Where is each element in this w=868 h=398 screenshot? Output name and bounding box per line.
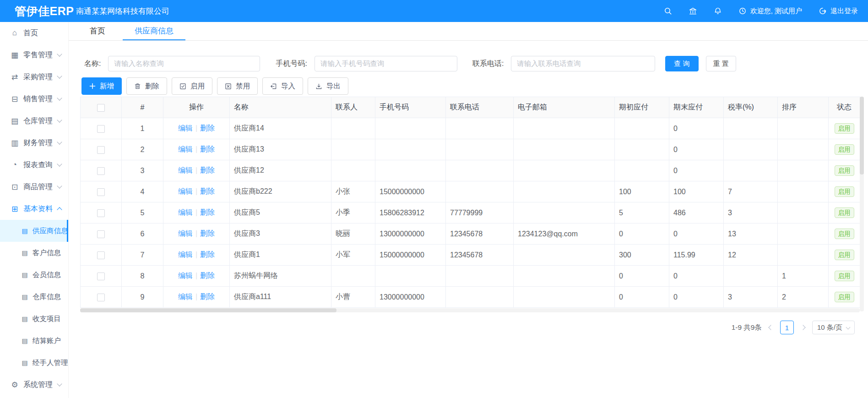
delete-button-label: 删除: [145, 82, 159, 91]
delete-link[interactable]: 删除: [200, 229, 215, 237]
cell-begin: 5: [615, 202, 669, 224]
delete-link[interactable]: 删除: [200, 145, 215, 153]
next-page-button[interactable]: [800, 326, 806, 329]
vertical-scrollbar[interactable]: [860, 97, 864, 311]
row-checkbox[interactable]: [97, 188, 105, 196]
select-all-checkbox[interactable]: [97, 104, 105, 112]
scrollbar-thumb[interactable]: [860, 97, 864, 174]
edit-link[interactable]: 编辑: [178, 145, 193, 153]
cell-end: 0: [669, 224, 724, 245]
add-button-label: 新增: [100, 82, 114, 91]
cell-index: 9: [122, 287, 163, 308]
delete-link[interactable]: 删除: [200, 124, 215, 132]
enable-button[interactable]: 启用: [172, 77, 212, 95]
sidebar-item-sales[interactable]: ⊟ 销售管理: [0, 88, 68, 110]
cell-end: 115.99: [669, 245, 724, 266]
edit-link[interactable]: 编辑: [178, 293, 193, 300]
disable-button[interactable]: 禁用: [217, 77, 258, 95]
bell-icon[interactable]: [714, 7, 722, 15]
sidebar-item-system[interactable]: ⚙ 系统管理: [0, 374, 68, 396]
row-checkbox[interactable]: [97, 294, 105, 301]
delete-link[interactable]: 删除: [200, 251, 215, 258]
tel-filter-input[interactable]: [511, 56, 655, 71]
sidebar-item-basic-data[interactable]: ⊞ 基本资料: [0, 198, 68, 220]
cell-actions: 编辑|删除: [163, 202, 230, 224]
sidebar-item-home[interactable]: ⌂ 首页: [0, 22, 68, 44]
sidebar-item-purchase[interactable]: ⇄ 采购管理: [0, 66, 68, 88]
prev-page-button[interactable]: [768, 326, 774, 329]
delete-link[interactable]: 删除: [200, 187, 215, 195]
row-checkbox[interactable]: [97, 273, 105, 280]
sidebar-label: 供应商信息: [33, 226, 68, 236]
sidebar-item-retail[interactable]: ▦ 零售管理: [0, 44, 68, 66]
search-icon[interactable]: [664, 7, 672, 15]
edit-link[interactable]: 编辑: [178, 187, 193, 195]
horizontal-scrollbar[interactable]: [80, 308, 860, 312]
sidebar-label: 系统管理: [23, 380, 53, 390]
col-begin-payable: 期初应付: [615, 97, 669, 118]
status-badge: 启用: [835, 123, 854, 134]
pagination-total: 1-9 共9条: [732, 323, 762, 333]
cell-sort: [778, 202, 829, 224]
cell-sort: [778, 224, 829, 245]
user-welcome[interactable]: 欢迎您, 测试用户: [738, 7, 802, 16]
sidebar-item-warehouse-info[interactable]: ▤ 仓库信息: [0, 286, 68, 308]
delete-link[interactable]: 删除: [200, 272, 215, 279]
sidebar-item-customer-info[interactable]: ▤ 客户信息: [0, 242, 68, 264]
row-checkbox[interactable]: [97, 230, 105, 238]
row-checkbox[interactable]: [97, 251, 105, 259]
page-number-button[interactable]: 1: [780, 321, 794, 334]
search-button[interactable]: 查 询: [665, 56, 698, 71]
cell-email: [514, 181, 615, 202]
sidebar-item-finance[interactable]: ▥ 财务管理: [0, 132, 68, 154]
sidebar-item-income-expense[interactable]: ▤ 收支项目: [0, 308, 68, 330]
sidebar-item-settlement-account[interactable]: ▤ 结算账户: [0, 330, 68, 352]
cell-end: 0: [669, 287, 724, 308]
chevron-up-icon: [57, 207, 62, 212]
sidebar-item-supplier-info[interactable]: ▤ 供应商信息: [0, 220, 68, 242]
delete-link[interactable]: 删除: [200, 208, 215, 216]
col-tel: 联系电话: [446, 97, 514, 118]
delete-link[interactable]: 删除: [200, 166, 215, 174]
logout-button[interactable]: 退出登录: [819, 7, 858, 16]
edit-link[interactable]: 编辑: [178, 124, 193, 132]
tel-filter-label: 联系电话:: [472, 59, 504, 69]
add-button[interactable]: 新增: [81, 77, 122, 95]
sidebar-item-handler-mgmt[interactable]: ▤ 经手人管理: [0, 352, 68, 374]
status-badge: 启用: [835, 207, 854, 218]
sidebar-item-goods[interactable]: ⊡ 商品管理: [0, 176, 68, 198]
sidebar-item-warehouse[interactable]: ▤ 仓库管理: [0, 110, 68, 132]
reset-button[interactable]: 重 置: [706, 56, 736, 71]
row-checkbox[interactable]: [97, 167, 105, 175]
name-filter-label: 名称:: [84, 59, 101, 69]
cell-tax: [724, 118, 778, 139]
cell-begin: [615, 160, 669, 181]
tab-supplier-info[interactable]: 供应商信息: [123, 22, 185, 40]
import-button[interactable]: 导入: [262, 77, 303, 95]
bank-icon[interactable]: [689, 7, 697, 15]
cell-name: 供应商a111: [230, 287, 331, 308]
edit-link[interactable]: 编辑: [178, 229, 193, 237]
row-checkbox[interactable]: [97, 146, 105, 154]
edit-link[interactable]: 编辑: [178, 272, 193, 279]
tab-bar: 首页 供应商信息: [69, 22, 868, 41]
cell-tax: [724, 266, 778, 287]
page-size-select[interactable]: 10 条/页: [812, 321, 855, 334]
name-filter-input[interactable]: [108, 56, 260, 71]
row-checkbox[interactable]: [97, 125, 105, 133]
phone-filter-input[interactable]: [315, 56, 457, 71]
delete-link[interactable]: 删除: [200, 293, 215, 300]
sidebar-item-member-info[interactable]: ▤ 会员信息: [0, 264, 68, 286]
scrollbar-thumb[interactable]: [80, 308, 336, 312]
edit-link[interactable]: 编辑: [178, 251, 193, 258]
edit-link[interactable]: 编辑: [178, 166, 193, 174]
cell-sort: [778, 160, 829, 181]
cell-actions: 编辑|删除: [163, 266, 230, 287]
delete-button[interactable]: 删除: [126, 77, 167, 95]
row-checkbox[interactable]: [97, 209, 105, 217]
sidebar-item-reports[interactable]: ◔ 报表查询: [0, 154, 68, 176]
export-button[interactable]: 导出: [308, 77, 348, 95]
tab-home[interactable]: 首页: [89, 22, 106, 40]
sidebar-label: 采购管理: [23, 72, 53, 82]
edit-link[interactable]: 编辑: [178, 208, 193, 216]
